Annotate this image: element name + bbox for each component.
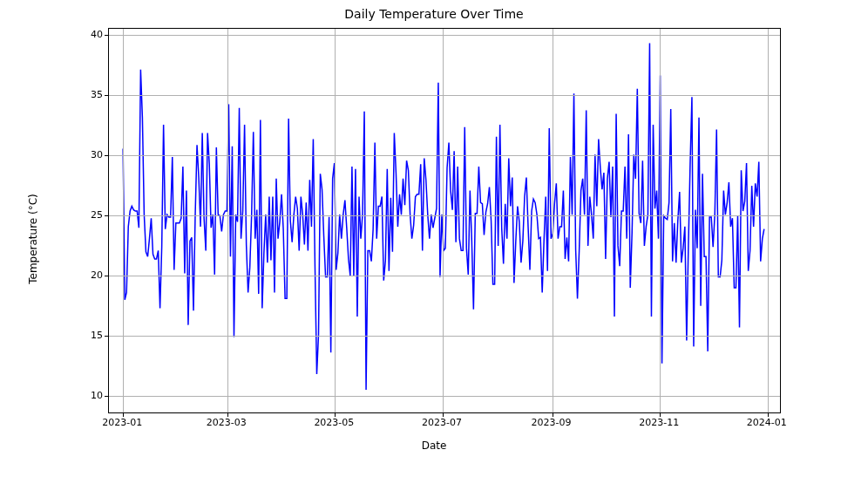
- plot-area: [108, 28, 781, 413]
- y-tick-label: 20: [68, 269, 103, 281]
- y-tick-mark: [105, 155, 109, 156]
- y-tick-label: 30: [68, 149, 103, 160]
- grid-line-vertical: [123, 29, 124, 412]
- y-tick-label: 25: [68, 209, 103, 221]
- line-series: [109, 29, 780, 412]
- y-axis-label: Temperature (°C): [27, 194, 39, 284]
- x-tick-label: 2024-01: [747, 417, 787, 428]
- grid-line-horizontal: [109, 35, 780, 36]
- x-tick-label: 2023-11: [639, 417, 679, 428]
- y-tick-mark: [105, 336, 109, 337]
- grid-line-vertical: [227, 29, 228, 412]
- y-tick-label: 10: [68, 390, 103, 401]
- y-tick-label: 35: [68, 88, 103, 99]
- grid-line-horizontal: [109, 215, 780, 216]
- y-tick-label: 40: [68, 28, 103, 39]
- grid-line-vertical: [768, 29, 769, 412]
- grid-line-horizontal: [109, 95, 780, 96]
- y-tick-label: 15: [68, 330, 103, 341]
- x-tick-label: 2023-05: [314, 417, 354, 428]
- x-tick-label: 2023-07: [422, 417, 462, 428]
- grid-line-vertical: [660, 29, 661, 412]
- y-tick-mark: [105, 215, 109, 216]
- grid-line-vertical: [335, 29, 336, 412]
- chart-figure: Daily Temperature Over Time Temperature …: [0, 0, 868, 477]
- y-axis-label-container: Temperature (°C): [24, 0, 42, 477]
- grid-line-vertical: [443, 29, 444, 412]
- x-tick-label: 2023-03: [207, 417, 247, 428]
- grid-line-horizontal: [109, 155, 780, 156]
- y-tick-mark: [105, 95, 109, 96]
- x-tick-label: 2023-01: [102, 417, 142, 428]
- x-axis-label: Date: [0, 440, 868, 452]
- y-tick-mark: [105, 276, 109, 276]
- x-tick-label: 2023-09: [532, 417, 572, 428]
- y-tick-mark: [105, 396, 109, 397]
- grid-line-horizontal: [109, 276, 780, 276]
- chart-title: Daily Temperature Over Time: [0, 7, 868, 21]
- y-tick-mark: [105, 35, 109, 36]
- grid-line-horizontal: [109, 396, 780, 397]
- grid-line-horizontal: [109, 336, 780, 337]
- grid-line-vertical: [553, 29, 553, 412]
